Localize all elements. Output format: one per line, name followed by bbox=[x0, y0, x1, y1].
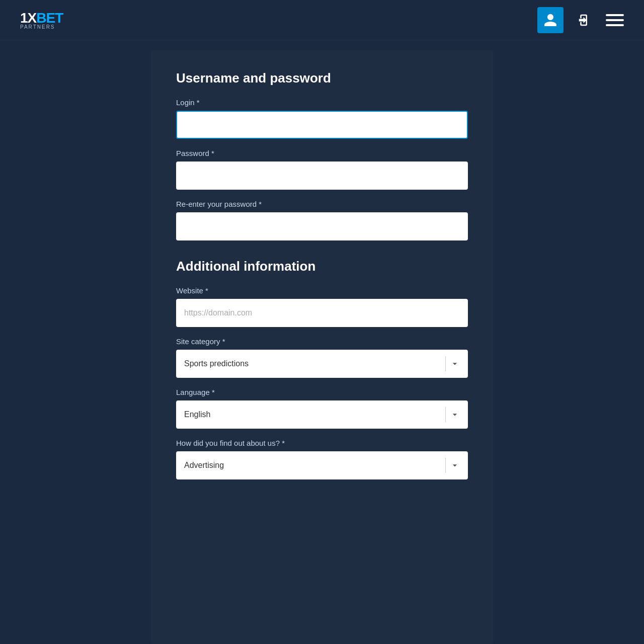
how-found-select[interactable]: Advertising bbox=[176, 451, 468, 479]
how-found-label: How did you find out about us? * bbox=[176, 439, 468, 447]
select-divider bbox=[445, 356, 446, 371]
language-select-wrapper: English bbox=[176, 400, 468, 429]
hamburger-line-1 bbox=[606, 14, 624, 16]
header: 1XBET PARTNERS bbox=[0, 0, 644, 40]
chevron-down-icon-3 bbox=[450, 460, 460, 470]
login-icon bbox=[577, 13, 592, 28]
site-category-field-group: Site category * Sports predictions bbox=[176, 337, 468, 378]
hamburger-menu[interactable] bbox=[606, 14, 624, 26]
chevron-down-icon-2 bbox=[450, 410, 460, 420]
chevron-down-icon bbox=[450, 359, 460, 369]
hamburger-line-2 bbox=[606, 19, 624, 21]
language-select[interactable]: English bbox=[176, 400, 468, 429]
user-icon bbox=[543, 13, 558, 28]
logo-subtitle: PARTNERS bbox=[20, 24, 63, 30]
user-icon-button[interactable] bbox=[537, 7, 564, 33]
language-field-group: Language * English bbox=[176, 388, 468, 429]
website-label: Website * bbox=[176, 286, 468, 295]
password-field-group: Password * bbox=[176, 149, 468, 190]
how-found-select-wrapper: Advertising bbox=[176, 451, 468, 479]
section2-title: Additional information bbox=[176, 259, 468, 274]
site-category-select-wrapper: Sports predictions bbox=[176, 350, 468, 378]
login-label: Login * bbox=[176, 98, 468, 107]
section1-title: Username and password bbox=[176, 70, 468, 86]
site-category-select[interactable]: Sports predictions bbox=[176, 350, 468, 378]
login-input[interactable] bbox=[176, 111, 468, 139]
site-category-label: Site category * bbox=[176, 337, 468, 346]
logo: 1XBET PARTNERS bbox=[20, 10, 63, 30]
site-category-value: Sports predictions bbox=[184, 359, 249, 368]
reenter-field-group: Re-enter your password * bbox=[176, 200, 468, 240]
login-field-group: Login * bbox=[176, 98, 468, 139]
select-divider-3 bbox=[445, 458, 446, 473]
how-found-value: Advertising bbox=[184, 461, 224, 470]
reenter-input[interactable] bbox=[176, 212, 468, 240]
reenter-label: Re-enter your password * bbox=[176, 200, 468, 208]
hamburger-line-3 bbox=[606, 24, 624, 26]
header-icons bbox=[537, 7, 624, 33]
select-divider-2 bbox=[445, 407, 446, 422]
how-found-field-group: How did you find out about us? * Adverti… bbox=[176, 439, 468, 479]
language-label: Language * bbox=[176, 388, 468, 396]
password-label: Password * bbox=[176, 149, 468, 157]
login-icon-button[interactable] bbox=[572, 7, 598, 33]
website-input[interactable] bbox=[176, 299, 468, 327]
registration-form: Username and password Login * Password *… bbox=[151, 50, 493, 644]
password-input[interactable] bbox=[176, 162, 468, 190]
website-field-group: Website * bbox=[176, 286, 468, 327]
main-content: Username and password Login * Password *… bbox=[0, 40, 644, 644]
language-value: English bbox=[184, 410, 210, 419]
